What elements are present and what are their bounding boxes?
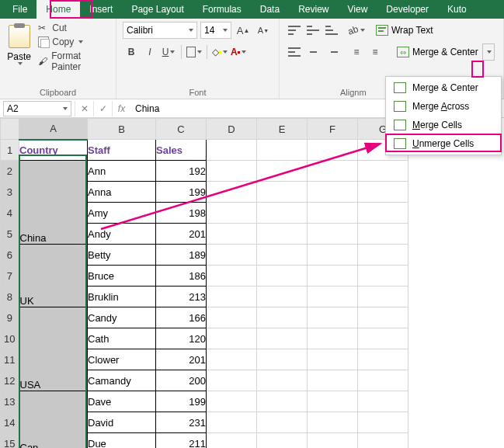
tab-formulas[interactable]: Formulas: [193, 0, 251, 19]
cell-d8[interactable]: [207, 287, 257, 307]
col-header-e[interactable]: E: [257, 119, 308, 140]
cell-d2[interactable]: [207, 161, 257, 182]
col-header-b[interactable]: B: [88, 119, 156, 140]
align-top-button[interactable]: [286, 22, 303, 39]
shrink-font-button[interactable]: A▼: [255, 22, 272, 39]
col-header-f[interactable]: F: [308, 119, 358, 140]
cell-d3[interactable]: [207, 182, 257, 203]
col-header-a[interactable]: A: [19, 119, 88, 140]
cell-d4[interactable]: [207, 203, 257, 224]
row-header-8[interactable]: 8: [1, 287, 19, 307]
merge-center-dropdown[interactable]: [482, 43, 495, 61]
wrap-text-button[interactable]: Wrap Text: [376, 25, 433, 36]
row-header-3[interactable]: 3: [1, 182, 19, 203]
bold-button[interactable]: B: [123, 43, 140, 61]
cell-b4[interactable]: Amy: [88, 203, 156, 224]
cell-e10[interactable]: [257, 328, 308, 349]
cell-g15[interactable]: [358, 433, 408, 449]
cell-b11[interactable]: Clower: [88, 349, 156, 370]
cell-f13[interactable]: [308, 391, 358, 412]
tab-home[interactable]: Home: [36, 0, 80, 19]
cell-g7[interactable]: [358, 266, 408, 287]
cell-c8[interactable]: 213: [156, 287, 207, 307]
cell-c1[interactable]: Sales: [156, 140, 207, 161]
align-right-button[interactable]: [323, 43, 340, 61]
cell-e2[interactable]: [257, 161, 308, 182]
cell-d11[interactable]: [207, 349, 257, 370]
cell-c6[interactable]: 189: [156, 245, 207, 266]
cell-d6[interactable]: [207, 245, 257, 266]
cell-e4[interactable]: [257, 203, 308, 224]
cell-b5[interactable]: Andy: [88, 224, 156, 245]
cell-c9[interactable]: 166: [156, 307, 207, 328]
menu-merge-cells[interactable]: Merge Cells: [386, 116, 501, 134]
cell-g3[interactable]: [358, 182, 408, 203]
tab-insert[interactable]: Insert: [80, 0, 122, 19]
cell-e15[interactable]: [257, 433, 308, 449]
confirm-formula-button[interactable]: ✓: [93, 101, 112, 116]
cell-f7[interactable]: [308, 266, 358, 287]
cell-c11[interactable]: 201: [156, 349, 207, 370]
cell-f8[interactable]: [308, 287, 358, 307]
increase-indent-button[interactable]: ≡: [367, 43, 384, 61]
cell-c5[interactable]: 201: [156, 224, 207, 245]
cell-f1[interactable]: [308, 140, 358, 161]
cell-d10[interactable]: [207, 328, 257, 349]
row-header-10[interactable]: 10: [1, 328, 19, 349]
italic-button[interactable]: I: [141, 43, 158, 61]
row-header-11[interactable]: 11: [1, 349, 19, 370]
merge-center-button[interactable]: Merge & Center: [395, 45, 481, 59]
cell-b14[interactable]: David: [88, 412, 156, 433]
cell-e5[interactable]: [257, 224, 308, 245]
fill-color-button[interactable]: ◇: [211, 43, 228, 61]
cell-c7[interactable]: 186: [156, 266, 207, 287]
align-middle-button[interactable]: [304, 22, 322, 39]
cell-f2[interactable]: [308, 161, 358, 182]
underline-button[interactable]: U: [160, 43, 177, 61]
cell-d12[interactable]: [207, 370, 257, 391]
cell-b7[interactable]: Bruce: [88, 266, 156, 287]
col-header-c[interactable]: C: [156, 119, 207, 140]
cell-f9[interactable]: [308, 307, 358, 328]
cell-g14[interactable]: [358, 412, 408, 433]
row-header-12[interactable]: 12: [1, 370, 19, 391]
cell-g8[interactable]: [358, 287, 408, 307]
cell-e11[interactable]: [257, 349, 308, 370]
tab-file[interactable]: File: [3, 0, 36, 19]
tab-developer[interactable]: Developer: [377, 0, 438, 19]
cell-g9[interactable]: [358, 307, 408, 328]
cell-b15[interactable]: Due: [88, 433, 156, 449]
font-name-select[interactable]: Calibri: [123, 22, 197, 39]
cell-a2-merged-china[interactable]: China: [19, 161, 88, 245]
grow-font-button[interactable]: A▲: [235, 22, 252, 39]
cell-c3[interactable]: 199: [156, 182, 207, 203]
row-header-13[interactable]: 13: [1, 391, 19, 412]
cell-b3[interactable]: Anna: [88, 182, 156, 203]
cell-b2[interactable]: Ann: [88, 161, 156, 182]
format-painter-button[interactable]: Format Painter: [36, 50, 109, 73]
cell-e13[interactable]: [257, 391, 308, 412]
cell-b12[interactable]: Camandy: [88, 370, 156, 391]
cell-d1[interactable]: [207, 140, 257, 161]
orientation-button[interactable]: ab: [348, 22, 365, 39]
cell-d9[interactable]: [207, 307, 257, 328]
cell-e14[interactable]: [257, 412, 308, 433]
cell-b13[interactable]: Dave: [88, 391, 156, 412]
align-left-button[interactable]: [286, 43, 303, 61]
row-header-7[interactable]: 7: [1, 266, 19, 287]
chevron-down-icon[interactable]: [18, 62, 23, 65]
cell-b6[interactable]: Betty: [88, 245, 156, 266]
cell-f6[interactable]: [308, 245, 358, 266]
cell-c4[interactable]: 198: [156, 203, 207, 224]
borders-button[interactable]: [186, 43, 203, 61]
cell-f14[interactable]: [308, 412, 358, 433]
cell-c15[interactable]: 211: [156, 433, 207, 449]
font-color-button[interactable]: A: [230, 43, 247, 61]
decrease-indent-button[interactable]: ≡: [348, 43, 365, 61]
cell-d7[interactable]: [207, 266, 257, 287]
cell-g11[interactable]: [358, 349, 408, 370]
cell-f3[interactable]: [308, 182, 358, 203]
cell-a6-merged-uk[interactable]: UK: [19, 245, 88, 307]
font-size-select[interactable]: 14: [200, 22, 231, 39]
cell-f11[interactable]: [308, 349, 358, 370]
